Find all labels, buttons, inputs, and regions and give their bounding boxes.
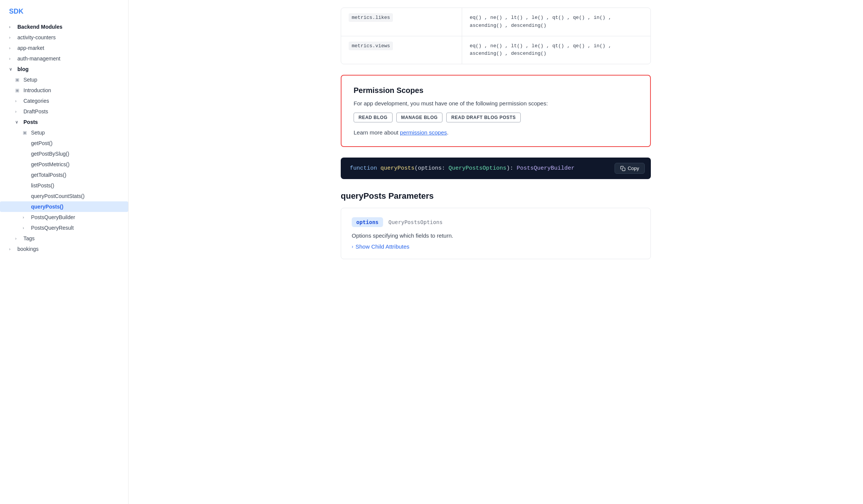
sidebar-item-bookings[interactable]: › bookings (0, 244, 128, 254)
param-description: Options specifying which fields to retur… (352, 232, 640, 239)
chevron-right-icon: › (15, 109, 21, 114)
sidebar-item-posts-setup[interactable]: ▣ Setup (0, 127, 128, 138)
sidebar-item-label: Categories (23, 98, 49, 104)
permission-scopes-desc: For app development, you must have one o… (354, 100, 638, 107)
permission-badge-read-blog: READ BLOG (354, 113, 393, 122)
sidebar-item-gettotalposts[interactable]: › getTotalPosts() (0, 170, 128, 180)
sidebar-item-draftposts[interactable]: › DraftPosts (0, 106, 128, 117)
sidebar-item-label: Setup (23, 77, 37, 83)
sidebar-item-label: activity-counters (17, 34, 56, 40)
permission-scopes-link[interactable]: permission scopes (400, 129, 447, 136)
field-name: metrics.views (349, 42, 393, 50)
chevron-right-icon: › (15, 236, 21, 241)
param-header: options QueryPostsOptions (352, 217, 640, 227)
chevron-right-icon: › (352, 244, 353, 249)
table-row: metrics.views eq() , ne() , lt() , le() … (341, 36, 650, 64)
sidebar-item-label: getPostMetrics() (31, 161, 70, 167)
sidebar-item-label: PostsQueryResult (31, 225, 74, 231)
sidebar-item-postsqueryresult[interactable]: › PostsQueryResult (0, 223, 128, 233)
chevron-right-icon: › (23, 215, 29, 220)
sidebar-item-label: Tags (23, 235, 35, 241)
copy-label: Copy (628, 165, 639, 171)
sidebar-item-label: auth-management (17, 56, 61, 62)
sidebar-item-querycountstats[interactable]: › queryPostCountStats() (0, 191, 128, 201)
sidebar-item-label: queryPosts() (31, 204, 64, 210)
table-row: metrics.likes eq() , ne() , lt() , le() … (341, 8, 650, 36)
sidebar-item-auth-management[interactable]: › auth-management (0, 53, 128, 64)
sidebar-item-label: DraftPosts (23, 108, 48, 114)
chevron-right-icon: › (9, 25, 15, 29)
sidebar-item-queryposts[interactable]: › queryPosts() (0, 201, 128, 212)
sidebar-item-label: Setup (31, 130, 45, 136)
sidebar-item-label: blog (17, 66, 29, 72)
sidebar-item-label: bookings (17, 246, 39, 252)
sidebar-item-setup[interactable]: ▣ Setup (0, 74, 128, 85)
permission-scopes-box: Permission Scopes For app development, y… (341, 75, 651, 147)
sidebar-item-listposts[interactable]: › listPosts() (0, 180, 128, 191)
sidebar-item-label: PostsQueryBuilder (31, 214, 75, 220)
code-block-text: function queryPosts(options: QueryPostsO… (350, 165, 642, 172)
copy-button[interactable]: Copy (615, 163, 645, 174)
chevron-right-icon: › (9, 35, 15, 40)
sidebar-item-app-market[interactable]: › app-market (0, 43, 128, 53)
sidebar-item-label: Posts (23, 119, 38, 125)
sidebar-item-label: queryPostCountStats() (31, 193, 85, 199)
sidebar-item-label: getPostBySlug() (31, 151, 69, 157)
table-cell-methods: eq() , ne() , lt() , le() , qt() , qe() … (462, 36, 650, 64)
permission-badge-read-draft: READ DRAFT BLOG POSTS (446, 113, 521, 122)
chevron-right-icon: › (9, 56, 15, 61)
sidebar-item-postsquerybuilder[interactable]: › PostsQueryBuilder (0, 212, 128, 223)
sidebar-item-label: Introduction (23, 87, 51, 93)
table-cell-methods: eq() , ne() , lt() , le() , qt() , qe() … (462, 8, 650, 36)
sidebar-item-label: Backend Modules (17, 24, 62, 30)
show-child-label: Show Child Attributes (355, 243, 410, 250)
copy-icon (620, 166, 626, 171)
permission-learn-more: Learn more about permission scopes. (354, 129, 638, 136)
permission-badges-list: READ BLOG MANAGE BLOG READ DRAFT BLOG PO… (354, 113, 638, 122)
sidebar-item-label: listPosts() (31, 182, 54, 189)
chevron-right-icon: › (9, 247, 15, 251)
code-block: Copy function queryPosts(options: QueryP… (341, 158, 651, 179)
sidebar-item-posts[interactable]: ∨ Posts (0, 117, 128, 127)
sidebar-brand: SDK (0, 5, 128, 22)
sidebar-item-categories[interactable]: › Categories (0, 96, 128, 106)
show-child-attributes-button[interactable]: › Show Child Attributes (352, 243, 410, 250)
main-content: metrics.likes eq() , ne() , lt() , le() … (129, 0, 863, 504)
page-icon: ▣ (15, 77, 21, 82)
chevron-down-icon: ∨ (9, 67, 15, 72)
sidebar-item-blog[interactable]: ∨ blog (0, 64, 128, 74)
sidebar-item-introduction[interactable]: ▣ Introduction (0, 85, 128, 96)
permission-scopes-title: Permission Scopes (354, 86, 638, 95)
chevron-down-icon: ∨ (15, 120, 21, 125)
svg-rect-0 (622, 168, 625, 171)
table-cell-field: metrics.views (341, 36, 462, 64)
chevron-right-icon: › (23, 226, 29, 230)
sidebar-item-backend-modules[interactable]: › Backend Modules (0, 22, 128, 32)
sidebar-item-label: getTotalPosts() (31, 172, 66, 178)
field-name: metrics.likes (349, 13, 393, 22)
page-icon: ▣ (23, 130, 29, 135)
params-section-title: queryPosts Parameters (341, 191, 651, 201)
learn-more-suffix: . (447, 129, 449, 136)
sidebar: SDK › Backend Modules › activity-counter… (0, 0, 129, 504)
chevron-right-icon: › (9, 46, 15, 50)
sidebar-item-getpost[interactable]: › getPost() (0, 138, 128, 148)
page-icon: ▣ (15, 88, 21, 93)
permission-badge-manage-blog: MANAGE BLOG (396, 113, 443, 122)
params-box: options QueryPostsOptions Options specif… (341, 208, 651, 259)
field-methods-table: metrics.likes eq() , ne() , lt() , le() … (341, 8, 651, 64)
learn-more-text: Learn more about (354, 129, 400, 136)
sidebar-item-getpostbyslug[interactable]: › getPostBySlug() (0, 148, 128, 159)
sidebar-item-getpostmetrics[interactable]: › getPostMetrics() (0, 159, 128, 170)
chevron-right-icon: › (15, 99, 21, 103)
sidebar-item-activity-counters[interactable]: › activity-counters (0, 32, 128, 43)
sidebar-item-label: getPost() (31, 140, 53, 146)
param-name-badge: options (352, 217, 383, 227)
param-type: QueryPostsOptions (388, 219, 442, 225)
table-cell-field: metrics.likes (341, 8, 462, 36)
sidebar-item-tags[interactable]: › Tags (0, 233, 128, 244)
sidebar-item-label: app-market (17, 45, 44, 51)
